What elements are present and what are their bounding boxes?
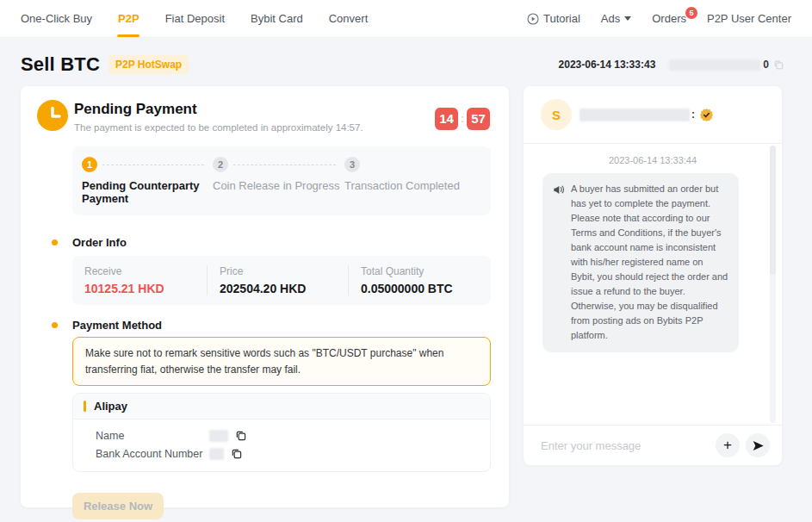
chat-message-input[interactable] [541, 439, 710, 452]
attach-button[interactable]: + [716, 433, 740, 457]
step-3-label: Transaction Completed [344, 179, 480, 192]
megaphone-icon [553, 183, 565, 344]
quantity-value: 0.05000000 BTC [361, 282, 491, 295]
payment-account-row: Bank Account Number [96, 444, 480, 463]
chat-message-area: 2023-06-14 13:33:44 A buyer has submitte… [524, 143, 782, 426]
payment-name-row: Name [96, 426, 480, 444]
play-circle-icon [527, 13, 539, 25]
nav-one-click-buy[interactable]: One-Click Buy [21, 0, 92, 37]
chat-header: S : [524, 86, 782, 143]
system-message-text: A buyer has submitted an order but has y… [571, 182, 728, 344]
top-nav: One-Click Buy P2P Fiat Deposit Bybit Car… [0, 0, 812, 38]
order-info-heading: Order Info [52, 236, 509, 249]
payment-warning: Make sure not to remark sensitive words … [72, 337, 491, 386]
hotswap-badge: P2P HotSwap [108, 55, 189, 74]
step-pending-payment: 1 Pending Counterparty Payment [82, 157, 213, 205]
page-header: Sell BTC P2P HotSwap 2023-06-14 13:33:43… [21, 49, 784, 80]
chat-scrollbar-thumb[interactable] [770, 146, 776, 275]
nav-right-group: Tutorial Ads Orders 5 P2P User Center [527, 0, 791, 37]
order-created-time: 2023-06-14 13:33:43 [559, 59, 656, 71]
nav-tutorial[interactable]: Tutorial [527, 0, 580, 37]
chat-panel: S : 2023-06-14 13:33:44 A buyer has subm… [524, 86, 782, 465]
caret-down-icon [624, 16, 631, 21]
copy-account-icon[interactable] [231, 448, 242, 459]
counterparty-name-suffix: : [691, 109, 695, 121]
payment-name-redacted [209, 430, 228, 442]
nav-orders[interactable]: Orders 5 [652, 0, 686, 37]
nav-bybit-card[interactable]: Bybit Card [251, 0, 303, 37]
page-title: Sell BTC [21, 53, 100, 76]
receive-amount: 10125.21 HKD [84, 282, 207, 295]
status-title: Pending Payment [74, 101, 363, 118]
step-transaction-completed: 3 Transaction Completed [344, 157, 480, 205]
chat-scrollbar[interactable] [770, 146, 776, 423]
timer-separator: : [461, 113, 464, 125]
bullet-icon [52, 239, 58, 245]
payment-method-heading: Payment Method [52, 319, 509, 332]
nav-left-group: One-Click Buy P2P Fiat Deposit Bybit Car… [21, 0, 368, 37]
nav-ads[interactable]: Ads [601, 0, 631, 37]
plus-icon: + [723, 438, 732, 452]
nav-ads-label: Ads [601, 12, 620, 25]
progress-steps: 1 Pending Counterparty Payment 2 Coin Re… [72, 146, 491, 215]
timer-minutes: 14 [435, 108, 458, 130]
orders-count-badge: 5 [685, 7, 697, 19]
payment-method-name: Alipay [94, 400, 127, 413]
counterparty-avatar[interactable]: S [541, 99, 572, 130]
status-texts: Pending Payment The payment is expected … [74, 100, 363, 134]
p2p-order-page: One-Click Buy P2P Fiat Deposit Bybit Car… [0, 0, 812, 522]
send-button[interactable] [746, 433, 770, 457]
copy-order-number-icon[interactable] [773, 59, 784, 70]
step-connector [233, 165, 336, 165]
order-info-price: Price 202504.20 HKD [207, 265, 348, 295]
countdown-timer: 14 : 57 [435, 100, 490, 134]
system-message-bubble: A buyer has submitted an order but has y… [542, 173, 739, 352]
step-connector [102, 165, 204, 165]
nav-orders-label: Orders [652, 12, 686, 25]
nav-convert[interactable]: Convert [329, 0, 369, 37]
order-status-row: Pending Payment The payment is expected … [21, 86, 509, 134]
accent-bar [84, 401, 86, 412]
order-info-quantity: Total Quantity 0.05000000 BTC [348, 265, 491, 295]
step-2-label: Coin Release in Progress [213, 179, 344, 192]
chat-input-row: + [524, 426, 782, 465]
clock-icon [37, 100, 68, 134]
order-number-redacted [669, 59, 760, 71]
step-coin-release: 2 Coin Release in Progress [213, 157, 344, 205]
nav-fiat-deposit[interactable]: Fiat Deposit [165, 0, 225, 37]
counterparty-name-redacted [580, 109, 690, 121]
order-info-receive: Receive 10125.21 HKD [72, 265, 207, 295]
price-value: 202504.20 HKD [220, 282, 348, 295]
chat-timestamp: 2023-06-14 13:33:44 [524, 155, 782, 165]
nav-p2p-user-center[interactable]: P2P User Center [707, 0, 791, 37]
timer-seconds: 57 [467, 108, 490, 130]
copy-name-icon[interactable] [235, 430, 246, 441]
nav-p2p[interactable]: P2P [118, 0, 139, 37]
verified-badge-icon [700, 109, 713, 121]
step-2-dot: 2 [213, 157, 228, 172]
payment-account-redacted [209, 448, 224, 460]
send-icon [752, 439, 765, 452]
bullet-icon [52, 322, 58, 328]
nav-tutorial-label: Tutorial [543, 12, 580, 25]
order-info-box: Receive 10125.21 HKD Price 202504.20 HKD… [72, 256, 491, 305]
release-now-button[interactable]: Release Now [72, 493, 164, 519]
order-meta: 2023-06-14 13:33:43 0 [559, 59, 784, 71]
order-number-last-digit: 0 [763, 59, 769, 71]
payment-method-card: Alipay Name Bank Account Number [72, 393, 491, 472]
order-card: Pending Payment The payment is expected … [21, 86, 509, 507]
payment-method-header: Alipay [73, 394, 490, 419]
step-3-dot: 3 [344, 157, 360, 172]
status-subtitle: The payment is expected to be completed … [74, 122, 363, 133]
step-1-label: Pending Counterparty Payment [82, 179, 213, 205]
step-1-dot: 1 [82, 157, 97, 172]
payment-method-details: Name Bank Account Number [73, 419, 490, 471]
